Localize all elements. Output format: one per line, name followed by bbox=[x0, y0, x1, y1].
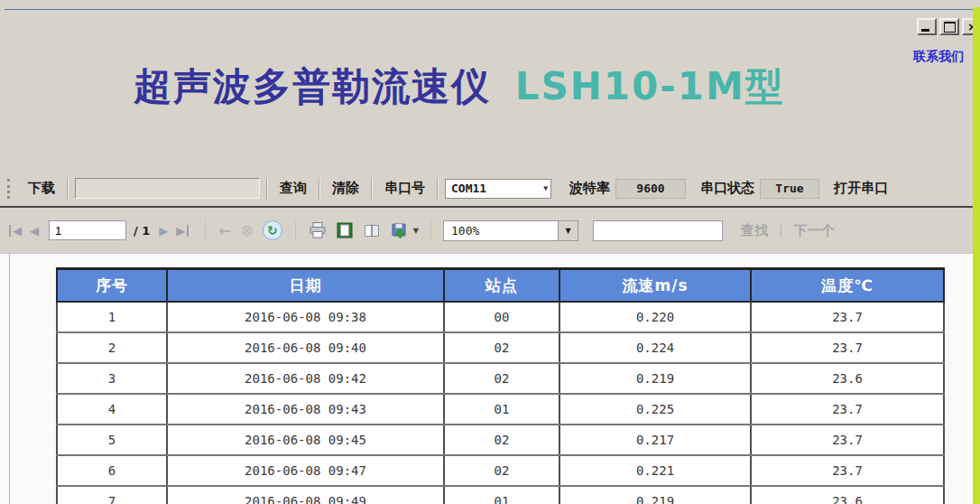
table-row: 7 2016-06-08 09:49 01 0.219 23.6 bbox=[57, 486, 944, 504]
open-port-button[interactable]: 打开串口 bbox=[828, 178, 893, 199]
data-table: 序号 日期 站点 流速m/s 温度℃ 1 2016-06-08 09:38 00… bbox=[56, 267, 945, 504]
column-header-index: 序号 bbox=[57, 269, 167, 303]
table-row: 6 2016-06-08 09:47 02 0.221 23.7 bbox=[57, 455, 944, 486]
port-status-value: True bbox=[760, 179, 819, 199]
cell: 23.7 bbox=[751, 425, 944, 455]
cell: 0.219 bbox=[559, 486, 751, 504]
toolbar-separator bbox=[437, 178, 439, 200]
cell: 4 bbox=[57, 394, 167, 425]
cell: 23.7 bbox=[751, 302, 944, 332]
back-icon[interactable]: ← bbox=[218, 221, 231, 239]
cell: 00 bbox=[444, 302, 559, 332]
cell: 02 bbox=[444, 363, 559, 394]
export-dropdown-icon[interactable]: ▼ bbox=[413, 227, 419, 235]
table-row: 3 2016-06-08 09:42 02 0.219 23.6 bbox=[57, 363, 944, 394]
refresh-icon[interactable]: ↻ bbox=[263, 220, 282, 240]
main-toolbar: 下载 查询 清除 串口号 COM11 ▼ 波特率 9600 串口状态 True … bbox=[0, 171, 980, 206]
cell: 3 bbox=[57, 363, 167, 394]
last-page-icon[interactable]: ▶ bbox=[176, 225, 189, 237]
find-input[interactable] bbox=[593, 220, 723, 241]
com-port-select[interactable]: COM11 ▼ bbox=[445, 179, 551, 199]
cell: 0.220 bbox=[559, 302, 751, 332]
find-next-button[interactable]: 下一个 bbox=[794, 222, 835, 239]
port-status-label: 串口状态 bbox=[695, 178, 760, 199]
first-page-icon[interactable]: ◀ bbox=[9, 225, 22, 237]
export-icon[interactable] bbox=[390, 221, 408, 239]
clear-button[interactable]: 清除 bbox=[327, 178, 365, 199]
find-separator: | bbox=[779, 223, 783, 238]
chevron-down-icon[interactable]: ▼ bbox=[543, 184, 548, 192]
title-main: 超声波多普勒流速仪 bbox=[134, 64, 491, 108]
baud-rate-value: 9600 bbox=[615, 179, 686, 199]
download-button[interactable]: 下载 bbox=[23, 178, 60, 199]
title-model: LSH10-1M型 bbox=[515, 64, 785, 108]
toolbar-grip-icon[interactable] bbox=[7, 179, 14, 199]
maximize-button[interactable] bbox=[939, 18, 959, 35]
zoom-select[interactable]: 100% ▼ bbox=[443, 220, 578, 241]
cell: 5 bbox=[57, 425, 167, 455]
cell: 0.219 bbox=[559, 363, 751, 394]
table-row: 2 2016-06-08 09:40 02 0.224 23.7 bbox=[57, 332, 944, 363]
maximize-icon bbox=[944, 22, 956, 33]
toolbar-separator bbox=[295, 219, 296, 241]
zoom-value: 100% bbox=[443, 220, 559, 241]
column-header-temperature: 温度℃ bbox=[751, 269, 944, 303]
cell: 0.224 bbox=[559, 332, 751, 363]
cell: 2016-06-08 09:47 bbox=[167, 455, 444, 486]
page-setup-icon[interactable] bbox=[363, 221, 381, 239]
minimize-icon bbox=[921, 29, 929, 32]
toolbar-separator bbox=[430, 219, 431, 241]
minimize-button[interactable] bbox=[917, 18, 937, 35]
chevron-down-icon[interactable]: ▼ bbox=[559, 220, 578, 241]
toolbar-separator bbox=[67, 178, 69, 200]
stop-refresh-icon[interactable]: ⊗ bbox=[241, 221, 254, 239]
contact-link[interactable]: 联系我们 bbox=[913, 49, 964, 65]
cell: 01 bbox=[444, 394, 559, 425]
table-row: 4 2016-06-08 09:43 01 0.225 23.7 bbox=[57, 394, 944, 425]
cell: 23.6 bbox=[751, 363, 944, 394]
cell: 0.221 bbox=[559, 455, 751, 486]
column-header-date: 日期 bbox=[167, 269, 444, 303]
table-header-row: 序号 日期 站点 流速m/s 温度℃ bbox=[57, 269, 944, 303]
cell: 2016-06-08 09:38 bbox=[167, 302, 444, 332]
toolbar-separator bbox=[266, 178, 268, 200]
cell: 02 bbox=[444, 455, 559, 486]
com-port-value: COM11 bbox=[451, 182, 486, 195]
report-toolbar: ◀ ◀ / 1 ▶ ▶ ← ⊗ ↻ bbox=[0, 208, 980, 254]
cell: 0.217 bbox=[559, 425, 751, 455]
find-button[interactable]: 查找 bbox=[741, 222, 768, 239]
print-layout-icon[interactable] bbox=[336, 221, 354, 239]
baud-rate-label: 波特率 bbox=[564, 178, 615, 199]
toolbar-separator bbox=[371, 178, 373, 200]
page-title: 超声波多普勒流速仪 LSH10-1M型 bbox=[134, 61, 785, 112]
report-edge-line bbox=[9, 254, 10, 504]
cell: 2 bbox=[57, 332, 167, 363]
download-input[interactable] bbox=[75, 178, 260, 199]
cell: 02 bbox=[444, 425, 559, 455]
com-port-label: 串口号 bbox=[379, 178, 430, 199]
cell: 2016-06-08 09:49 bbox=[167, 486, 444, 504]
cell: 01 bbox=[444, 486, 559, 504]
column-header-velocity: 流速m/s bbox=[559, 269, 751, 303]
cell: 23.7 bbox=[751, 394, 944, 425]
cell: 02 bbox=[444, 332, 559, 363]
print-icon[interactable] bbox=[309, 221, 327, 239]
cell: 23.6 bbox=[751, 486, 944, 504]
cell: 7 bbox=[57, 486, 167, 504]
page-number-input[interactable] bbox=[49, 220, 126, 240]
window-titlebar bbox=[5, 9, 975, 38]
cell: 2016-06-08 09:42 bbox=[167, 363, 444, 394]
toolbar-separator bbox=[205, 219, 206, 241]
cell: 2016-06-08 09:43 bbox=[167, 394, 444, 425]
query-button[interactable]: 查询 bbox=[274, 178, 312, 199]
cell: 6 bbox=[57, 455, 167, 486]
cell: 1 bbox=[57, 302, 167, 332]
cell: 2016-06-08 09:40 bbox=[167, 332, 444, 363]
previous-page-icon[interactable]: ◀ bbox=[30, 225, 39, 237]
next-page-icon[interactable]: ▶ bbox=[159, 225, 168, 237]
toolbar-separator bbox=[319, 178, 320, 200]
column-header-station: 站点 bbox=[444, 269, 559, 303]
cell: 2016-06-08 09:45 bbox=[167, 425, 444, 455]
right-edge-strip bbox=[973, 7, 980, 504]
page-total-label: / 1 bbox=[134, 224, 150, 238]
